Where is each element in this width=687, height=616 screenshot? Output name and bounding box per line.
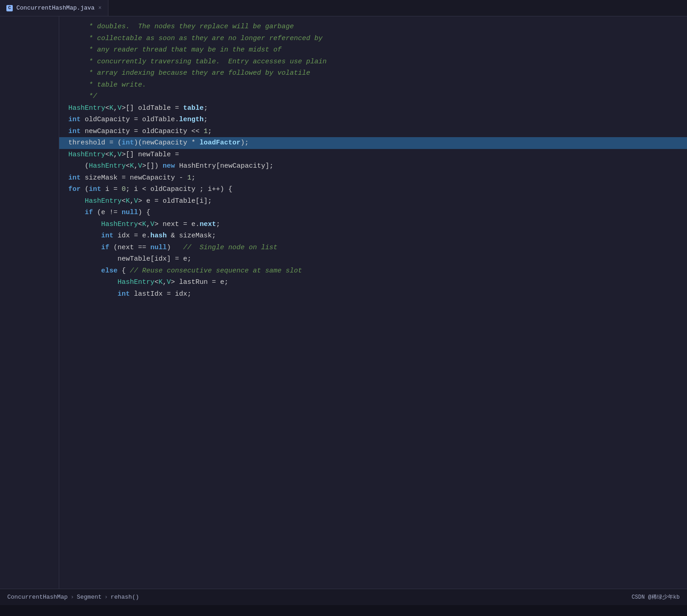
code-line: (HashEntry<K,V>[]) new HashEntry[newCapa… [59,160,687,172]
code-line: HashEntry<K,V> lastRun = e; [59,277,687,288]
tab-label: ConcurrentHashMap.java [16,5,95,11]
code-line: newTable[idx] = e; [59,253,687,265]
status-right-text: CSDN @稀绿少年kb [631,593,680,601]
code-line: * collectable as soon as they are no lon… [59,33,687,45]
code-line: else { // Reuse consecutive sequence at … [59,265,687,277]
comment-text: * table write. [68,79,146,91]
code-line: * concurrently traversing table. Entry a… [59,56,687,68]
breadcrumb-segment: Segment [77,594,102,601]
code-line: HashEntry<K,V> next = e.next; [59,219,687,231]
file-icon: C [6,5,13,11]
code-line: int lastIdx = idx; [59,288,687,300]
code-line: int idx = e.hash & sizeMask; [59,230,687,242]
comment-text: * any reader thread that may be in the m… [68,44,282,56]
breadcrumb-sep2: › [104,594,108,601]
code-line: HashEntry<K,V> e = oldTable[i]; [59,195,687,207]
comment-text: * concurrently traversing table. Entry a… [68,56,327,68]
code-line: HashEntry<K,V>[] newTable = [59,149,687,161]
code-line: for (int i = 0; i < oldCapacity ; i++) { [59,184,687,195]
breadcrumb-class: ConcurrentHashMap [7,594,68,601]
code-line: if (next == null) // Single node on list [59,242,687,254]
status-bar: ConcurrentHashMap › Segment › rehash() C… [0,589,687,605]
comment-text: * collectable as soon as they are no lon… [68,33,323,45]
breadcrumb-sep1: › [71,594,74,601]
type-text: HashEntry [68,103,105,114]
comment-text: * array indexing because they are follow… [68,67,310,79]
code-line: int newCapacity = oldCapacity << 1; [59,126,687,138]
file-tab[interactable]: C ConcurrentHashMap.java × [0,0,108,16]
code-line: HashEntry<K,V>[] oldTable = table; [59,103,687,114]
code-line: * any reader thread that may be in the m… [59,44,687,56]
comment-text: * doubles. The nodes they replace will b… [68,21,294,33]
tab-bar: C ConcurrentHashMap.java × [0,0,687,16]
code-line: * array indexing because they are follow… [59,67,687,79]
breadcrumb: ConcurrentHashMap › Segment › rehash() [7,594,139,601]
code-line: if (e != null) { [59,207,687,219]
bottom-text [674,607,680,615]
breadcrumb-method: rehash() [111,594,139,601]
bottom-bar [0,605,687,616]
code-content: * doubles. The nodes they replace will b… [59,16,687,589]
code-line: * doubles. The nodes they replace will b… [59,21,687,33]
line-gutter [0,16,59,589]
editor-window: C ConcurrentHashMap.java × * doubles. Th… [0,0,687,616]
code-line: int sizeMask = newCapacity - 1; [59,172,687,184]
code-line: int oldCapacity = oldTable.length; [59,114,687,126]
code-line: */ [59,91,687,103]
code-line-selected: threshold = (int)(newCapacity * loadFact… [59,137,687,149]
code-line: * table write. [59,79,687,91]
tab-close-button[interactable]: × [98,5,102,11]
editor-area: * doubles. The nodes they replace will b… [0,16,687,589]
comment-text: */ [68,91,97,103]
